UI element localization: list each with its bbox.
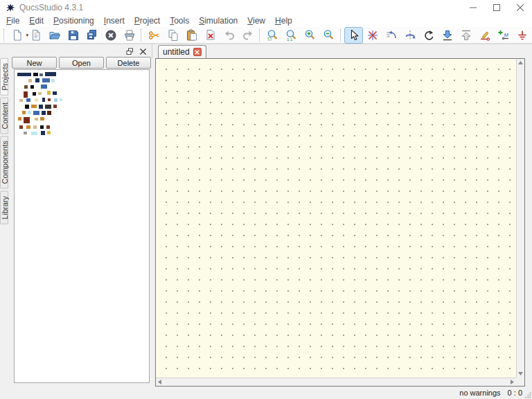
svg-text:1:1: 1:1 xyxy=(287,37,293,41)
menu-project[interactable]: Project xyxy=(130,15,165,26)
menu-help[interactable]: Help xyxy=(270,15,297,26)
mirror-up-icon xyxy=(460,29,472,42)
scroll-down-arrow[interactable] xyxy=(517,370,524,378)
document-tab-untitled[interactable]: untitled xyxy=(158,45,206,58)
horizontal-scrollbar[interactable] xyxy=(156,378,516,386)
delete-button[interactable] xyxy=(201,27,220,44)
project-list[interactable] xyxy=(14,69,150,383)
deactivate-button[interactable] xyxy=(363,27,382,44)
dock-close-button[interactable] xyxy=(139,47,148,56)
save-all-icon xyxy=(86,29,98,42)
save-button[interactable] xyxy=(64,27,82,44)
undo-button[interactable] xyxy=(220,27,238,44)
paste-button[interactable] xyxy=(182,27,201,44)
pointer-tool-button[interactable] xyxy=(344,27,363,44)
cut-icon xyxy=(148,29,161,42)
open-button[interactable] xyxy=(45,27,64,44)
zoom-out-icon xyxy=(323,29,335,42)
vertical-scrollbar[interactable] xyxy=(516,59,524,378)
title-bar: QucsStudio 4.3.1 xyxy=(0,0,532,15)
wire-button[interactable] xyxy=(475,27,494,44)
new-button[interactable]: ▾ xyxy=(8,27,26,44)
menu-bar: File Edit Positioning Insert Project Too… xyxy=(0,15,532,27)
sidebar-tab-library[interactable]: Library xyxy=(0,191,8,224)
menu-file[interactable]: File xyxy=(1,15,24,26)
copy-icon xyxy=(167,29,179,42)
redo-button[interactable] xyxy=(238,27,257,44)
status-warnings: no warnings xyxy=(459,389,500,397)
menu-insert[interactable]: Insert xyxy=(99,15,130,26)
copy-button[interactable] xyxy=(163,27,182,44)
sidebar-tab-components[interactable]: Components xyxy=(0,136,8,188)
deactivate-icon xyxy=(366,29,379,42)
delete-icon xyxy=(204,29,217,42)
open-project-button[interactable]: Open xyxy=(59,57,104,69)
menu-view[interactable]: View xyxy=(242,15,270,26)
redo-icon xyxy=(242,29,254,42)
status-bar: no warnings 0 : 0 xyxy=(0,386,532,399)
mirror-x-axis-icon xyxy=(441,29,454,42)
move-text-button[interactable] xyxy=(382,27,400,44)
new-text-button[interactable] xyxy=(26,27,45,44)
zoom-selection-icon xyxy=(267,29,279,42)
cut-button[interactable] xyxy=(145,27,163,44)
menu-simulation[interactable]: Simulation xyxy=(194,15,242,26)
resize-grip[interactable] xyxy=(525,392,531,398)
zoom-in-button[interactable] xyxy=(301,27,319,44)
app-logo-icon xyxy=(6,3,15,12)
save-icon xyxy=(67,29,80,42)
move-text-icon xyxy=(385,29,398,42)
paste-icon xyxy=(186,29,198,42)
maximize-button[interactable] xyxy=(485,0,508,15)
zoom-out-button[interactable] xyxy=(319,27,338,44)
wire-label-button[interactable]: M xyxy=(494,27,513,44)
schematic-canvas[interactable] xyxy=(156,59,516,378)
sidebar-tab-content[interactable]: Content xyxy=(0,98,8,134)
close-circle-icon xyxy=(105,29,117,42)
scroll-up-arrow[interactable] xyxy=(517,59,524,66)
new-icon xyxy=(11,29,24,42)
toolbar-separator xyxy=(141,29,142,42)
wire-label-icon: M xyxy=(497,29,510,42)
close-button[interactable] xyxy=(508,0,532,15)
mirror-up-button[interactable] xyxy=(456,27,475,44)
sidebar-tab-projects[interactable]: Projects xyxy=(0,58,8,96)
project-buttons: New Open Delete xyxy=(12,57,151,69)
delete-project-button[interactable]: Delete xyxy=(106,57,151,69)
menu-positioning[interactable]: Positioning xyxy=(48,15,99,26)
document-tab-label: untitled xyxy=(163,47,190,57)
zoom-selection-button[interactable] xyxy=(263,27,282,44)
new-project-button[interactable]: New xyxy=(12,57,57,69)
pointer-icon xyxy=(348,29,360,42)
menu-edit[interactable]: Edit xyxy=(24,15,48,26)
scroll-left-arrow[interactable] xyxy=(156,378,163,386)
wire-icon xyxy=(479,29,491,42)
mirror-y-axis-button[interactable] xyxy=(400,27,419,44)
ground-button[interactable] xyxy=(513,27,531,44)
toolbar-separator xyxy=(259,29,260,42)
sidebar-tab-strip: Projects Content Components Library xyxy=(0,58,10,224)
undo-icon xyxy=(223,29,236,42)
toolbar: ▾ 1:1 xyxy=(0,27,532,44)
project-noise xyxy=(15,70,149,382)
save-all-button[interactable] xyxy=(82,27,101,44)
scroll-right-arrow[interactable] xyxy=(508,378,516,386)
menu-tools[interactable]: Tools xyxy=(165,15,194,26)
zoom-1-1-button[interactable]: 1:1 xyxy=(282,27,301,44)
mirror-x-axis-button[interactable] xyxy=(438,27,456,44)
tab-close-button[interactable] xyxy=(193,48,202,56)
canvas-container xyxy=(155,58,525,387)
svg-text:M: M xyxy=(504,31,508,37)
mirror-y-axis-icon xyxy=(404,29,416,42)
dock-float-button[interactable] xyxy=(125,47,134,56)
close-document-button[interactable] xyxy=(101,27,120,44)
print-button[interactable] xyxy=(120,27,139,44)
dock-header xyxy=(10,44,152,58)
minimize-button[interactable] xyxy=(461,0,485,15)
rotate-button[interactable] xyxy=(419,27,438,44)
zoom-in-icon xyxy=(304,29,317,42)
scrollbar-corner xyxy=(516,378,524,386)
toolbar-separator xyxy=(340,29,342,42)
ground-icon xyxy=(516,29,529,42)
new-text-icon xyxy=(30,29,42,42)
